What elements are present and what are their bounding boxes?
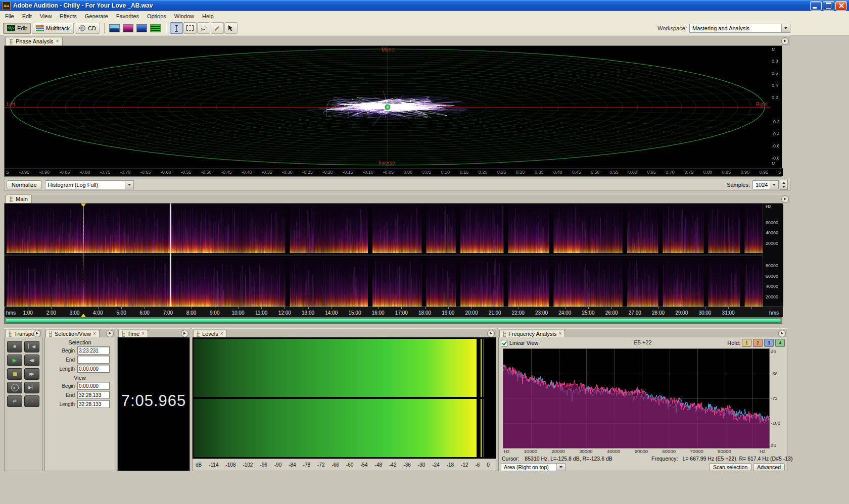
pencil-tool-button[interactable]: [211, 22, 224, 34]
play-button[interactable]: ▶: [7, 355, 22, 366]
selection-view-panel-menu-button[interactable]: [106, 330, 114, 337]
close-tab-icon[interactable]: ×: [558, 332, 561, 336]
close-tab-icon[interactable]: ×: [93, 332, 96, 336]
transport-panel-menu-button[interactable]: [33, 330, 41, 337]
tab-time[interactable]: Time ×: [118, 330, 148, 338]
level-meter-right[interactable]: [194, 399, 495, 457]
time-panel-menu-button[interactable]: [181, 330, 188, 337]
menu-item-edit[interactable]: Edit: [18, 12, 36, 20]
pause-button[interactable]: ▮▮: [7, 368, 22, 380]
cd-view-button[interactable]: CD: [75, 23, 100, 34]
panel-grip[interactable]: [49, 331, 52, 337]
scrub-tool-button[interactable]: [224, 22, 238, 34]
scan-selection-button[interactable]: Scan selection: [709, 463, 751, 471]
menu-item-favorites[interactable]: Favorites: [112, 12, 143, 20]
menu-item-generate[interactable]: Generate: [81, 12, 112, 20]
panel-grip[interactable]: [122, 331, 125, 337]
area-dropdown-arrow[interactable]: [556, 464, 565, 471]
samples-select[interactable]: 1024: [752, 180, 779, 189]
play-looped-button[interactable]: ⇄: [7, 395, 22, 407]
selection-marker-bottom-icon[interactable]: [81, 314, 86, 317]
panel-grip[interactable]: [197, 331, 200, 337]
selection-length-field[interactable]: [77, 365, 110, 373]
samples-spinner[interactable]: [780, 180, 788, 190]
multitrack-view-button[interactable]: Multitrack: [32, 23, 74, 34]
minimize-button[interactable]: [810, 1, 822, 11]
spectral-phase-view-icon: [150, 24, 161, 32]
timeline-ruler[interactable]: hms 1:002:003:004:005:006:007:008:009:00…: [5, 307, 783, 317]
tab-main[interactable]: Main: [6, 194, 32, 204]
level-meter-left[interactable]: [194, 339, 495, 397]
tab-levels[interactable]: Levels ×: [193, 330, 227, 338]
panel-grip[interactable]: [10, 39, 13, 44]
view-begin-field[interactable]: [77, 382, 110, 390]
frequency-graph[interactable]: [503, 348, 770, 448]
menu-item-view[interactable]: View: [36, 12, 56, 20]
menu-item-help[interactable]: Help: [198, 12, 218, 20]
lasso-selection-tool-button[interactable]: [197, 22, 210, 34]
spectral-frequency-view-button[interactable]: [122, 22, 135, 34]
frequency-x-tick: 30000: [579, 448, 593, 454]
view-end-field[interactable]: [77, 391, 110, 399]
samples-dropdown-arrow[interactable]: [770, 181, 778, 189]
frequency-panel-menu-button[interactable]: [778, 330, 786, 337]
play-to-end-button[interactable]: ▶: [7, 382, 22, 393]
tab-frequency-analysis[interactable]: Frequency Analysis ×: [499, 330, 565, 338]
stop-button[interactable]: ■: [7, 341, 22, 352]
area-select[interactable]: Area (Right on top): [501, 463, 565, 471]
menu-item-window[interactable]: Window: [170, 12, 198, 20]
spectrogram-display[interactable]: [5, 204, 763, 307]
normalize-button[interactable]: Normalize: [7, 180, 42, 189]
scrollbar-thumb[interactable]: [5, 318, 781, 323]
panel-grip[interactable]: [9, 331, 12, 337]
histogram-dropdown-arrow[interactable]: [125, 181, 133, 189]
levels-panel-menu-button[interactable]: [487, 330, 495, 337]
marquee-selection-tool-button[interactable]: [183, 22, 197, 34]
hold-button-2[interactable]: 2: [753, 339, 763, 347]
phase-x-tick: 0.95: [760, 170, 769, 176]
workspace-select[interactable]: Mastering and Analysis: [689, 24, 790, 33]
menu-item-effects[interactable]: Effects: [56, 12, 80, 20]
edit-view-button[interactable]: Edit: [3, 23, 31, 34]
workspace-dropdown-arrow[interactable]: [781, 24, 790, 32]
timeline-tick: 8:00: [184, 310, 199, 316]
main-waveform-panel: Hz60000400002000080000600004000020000 hm…: [4, 203, 782, 316]
go-to-beginning-button[interactable]: ▏◀: [24, 341, 39, 352]
hold-button-4[interactable]: 4: [775, 339, 785, 347]
hold-button-1[interactable]: 1: [742, 339, 751, 347]
fast-forward-button[interactable]: ▶▶: [24, 368, 39, 380]
panel-grip[interactable]: [503, 331, 506, 337]
close-tab-icon[interactable]: ×: [56, 39, 59, 43]
panel-grip[interactable]: [10, 196, 13, 202]
linear-view-checkbox[interactable]: [501, 340, 507, 346]
selection-begin-field[interactable]: [77, 346, 110, 355]
rewind-button[interactable]: ◀◀: [24, 355, 39, 366]
advanced-button[interactable]: Advanced: [753, 463, 785, 471]
waveform-view-button[interactable]: [108, 22, 121, 34]
adobe-audition-window: Au Adobe Audition - Chilly - For Your Lo…: [0, 0, 849, 504]
hold-button-3[interactable]: 3: [764, 339, 774, 347]
maximize-button[interactable]: [823, 1, 834, 11]
tab-phase-analysis[interactable]: Phase Analysis ×: [6, 37, 63, 46]
histogram-select[interactable]: Histogram (Log Full): [45, 180, 134, 189]
timeline-tick: 21:00: [488, 310, 502, 316]
tab-selection-view[interactable]: Selection/View ×: [45, 330, 100, 338]
selection-end-field[interactable]: [77, 356, 110, 364]
playback-cursor[interactable]: [170, 204, 171, 307]
view-length-field[interactable]: [77, 400, 110, 408]
horizontal-scrollbar[interactable]: [4, 317, 782, 324]
main-panel-menu-button[interactable]: [781, 195, 789, 203]
close-button[interactable]: [835, 1, 847, 11]
record-button[interactable]: ●: [24, 395, 39, 407]
level-meters[interactable]: [193, 337, 496, 459]
spectral-phase-view-button[interactable]: [149, 22, 162, 34]
selection-marker-top-icon[interactable]: [81, 204, 86, 207]
go-to-end-button[interactable]: ▶▏: [24, 382, 39, 393]
menu-item-options[interactable]: Options: [143, 12, 170, 20]
phase-panel-menu-button[interactable]: [781, 37, 789, 45]
close-tab-icon[interactable]: ×: [220, 332, 223, 336]
spectral-pan-view-button[interactable]: [135, 22, 149, 34]
time-selection-tool-button[interactable]: [170, 22, 183, 34]
close-tab-icon[interactable]: ×: [142, 332, 145, 336]
menu-item-file[interactable]: File: [1, 12, 18, 20]
